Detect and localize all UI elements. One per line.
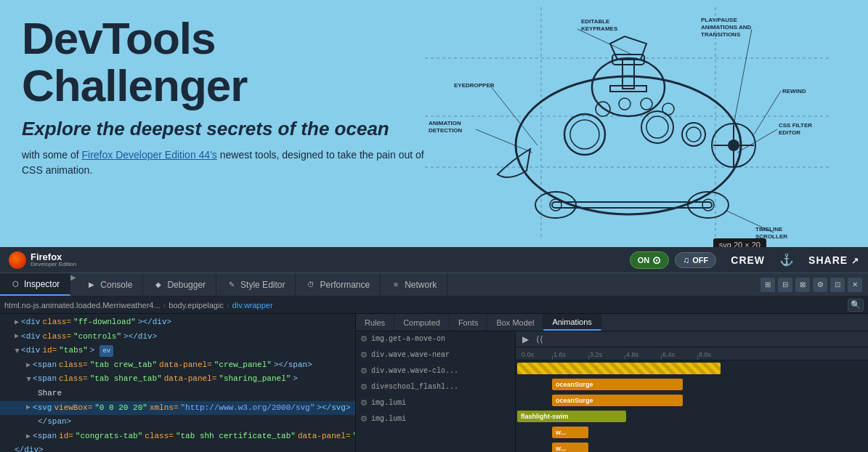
breadcrumb-body[interactable]: body.epipelagic — [169, 301, 224, 310]
anim-item-3[interactable]: ⚙ div.wave.wave-clo... — [356, 363, 515, 379]
settings-button[interactable]: ⚙ — [813, 278, 827, 292]
tab-style-editor[interactable]: ✎ Style Editor — [216, 273, 296, 296]
tab-rules[interactable]: Rules — [356, 314, 394, 331]
gear-icon-2[interactable]: ⚙ — [360, 350, 368, 360]
breadcrumb-div[interactable]: div.wrapper — [232, 301, 273, 310]
split-button[interactable]: ⊠ — [795, 278, 810, 292]
toggle-group: ON ⊙ ♫ OFF — [630, 251, 717, 269]
toggle-off-button[interactable]: ♫ OFF — [675, 252, 716, 268]
track-5: w... — [516, 424, 868, 440]
gear-icon-3[interactable]: ⚙ — [360, 366, 368, 376]
toggle-on-icon: ⊙ — [652, 254, 661, 266]
submarine-svg: EDITABLE KEYFRAMES PLAY/PAUSE ANIMATIONS… — [425, 7, 832, 240]
html-line-7[interactable]: ▶ <svg viewBox="0 0 20 20" xmlns="http:/… — [0, 401, 355, 416]
rewind-button[interactable]: ⟨⟨ — [534, 334, 545, 344]
svg-text:KEYFRAMES: KEYFRAMES — [581, 25, 618, 32]
layout-button[interactable]: ⊟ — [778, 278, 792, 292]
toggle-on-button[interactable]: ON ⊙ — [630, 251, 670, 269]
html-line-3[interactable]: ▶ <div id="tabs"> ev — [0, 344, 355, 358]
anim-item-1[interactable]: ⚙ img.get-a-move-on — [356, 331, 515, 347]
svg-point-14 — [682, 123, 705, 146]
timeline-ruler: 0.0s 1.6s 3.2s 4.8s 6.4s 8.0s — [516, 347, 868, 360]
ruler-mark-5: 8.0s — [699, 351, 711, 358]
share-button[interactable]: SHARE ↗ — [808, 254, 859, 266]
breadcrumb-bar: html.no-js.animated.loaded.Merriweather4… — [0, 296, 868, 314]
responsive-button[interactable]: ⊞ — [760, 278, 775, 292]
rules-tabs: Rules Computed Fonts Box Model Animation… — [356, 314, 868, 331]
arrow-1[interactable]: ▶ — [15, 317, 19, 328]
tab-network[interactable]: ≡ Network — [381, 273, 447, 296]
tab-inspector[interactable]: ⬡ Inspector — [0, 273, 70, 296]
html-line-5[interactable]: ▶ <span class="tab share_tab" data-panel… — [0, 372, 355, 387]
ev-badge-1[interactable]: ev — [100, 345, 113, 357]
html-line-4[interactable]: ▶ <span class="tab crew_tab" data-panel=… — [0, 358, 355, 373]
track-1 — [516, 360, 868, 376]
right-panels: Rules Computed Fonts Box Model Animation… — [356, 314, 868, 452]
svg-line-38 — [754, 91, 781, 134]
devtools-panel: Firefox Developer Edition ON ⊙ ♫ OFF CRE… — [0, 247, 868, 452]
gear-icon-5[interactable]: ⚙ — [360, 398, 368, 408]
music-icon: ♫ — [683, 255, 689, 265]
svg-text:ANIMATIONS AND: ANIMATIONS AND — [701, 24, 752, 31]
tab-console[interactable]: ▶ Console — [76, 273, 143, 296]
tab-debugger[interactable]: ◆ Debugger — [143, 273, 216, 296]
anim-item-2[interactable]: ⚙ div.wave.wave-near — [356, 347, 515, 363]
html-line-9[interactable]: ▶ <span id="congrats-tab" class="tab shh… — [0, 429, 355, 444]
track-3: oceanSurge — [516, 392, 868, 408]
svg-point-13 — [646, 116, 668, 138]
tab-fonts[interactable]: Fonts — [450, 314, 488, 331]
arrow-7[interactable]: ▶ — [26, 402, 31, 413]
anim-bar-6[interactable]: w... — [552, 443, 588, 452]
breadcrumb-html[interactable]: html.no-js.animated.loaded.Merriweather4… — [4, 301, 161, 310]
anim-selector-6: img.lumi — [371, 415, 511, 423]
tab-computed[interactable]: Computed — [394, 314, 450, 331]
anim-bar-3[interactable]: oceanSurge — [552, 395, 683, 406]
anim-bar-4[interactable]: flashlight-swim — [517, 411, 626, 422]
gear-icon-6[interactable]: ⚙ — [360, 414, 368, 424]
tab-network-label: Network — [405, 280, 437, 290]
firefox-link[interactable]: Firefox Developer Edition 44's — [81, 149, 216, 161]
breadcrumb-sep-2: › — [227, 301, 230, 310]
arrow-2[interactable]: ▶ — [15, 331, 19, 342]
firefox-sub: Developer Edition — [31, 262, 76, 267]
arrow-4[interactable]: ▶ — [26, 360, 31, 371]
track-4: flashlight-swim — [516, 408, 868, 424]
anim-item-5[interactable]: ⚙ img.lumi — [356, 395, 515, 411]
html-line-6: Share — [0, 387, 355, 401]
play-button[interactable]: ▶ — [520, 334, 531, 344]
anim-selector-5: img.lumi — [371, 399, 511, 407]
tab-performance[interactable]: ⏱ Performance — [296, 273, 381, 296]
page-title: DevTools Challenger — [22, 15, 443, 109]
ruler-mark-2: 3.2s — [590, 351, 602, 358]
timeline-panel: ▶ ⟨⟨ 0.0s 1.6s 3.2s 4.8s 6.4s — [516, 331, 868, 452]
html-line-1[interactable]: ▶ <div class="ff-download"></div> — [0, 315, 355, 330]
close-button[interactable]: ✕ — [848, 278, 862, 292]
anim-item-4[interactable]: ⚙ div#school_flashl... — [356, 379, 515, 395]
firefox-icon — [9, 251, 26, 269]
dock-button[interactable]: ⊡ — [830, 278, 845, 292]
anim-bar-5[interactable]: w... — [552, 427, 588, 438]
devtools-body: ▶ <div class="ff-download"></div> ▶ <div… — [0, 314, 868, 452]
tab-box-model[interactable]: Box Model — [487, 314, 543, 331]
gear-icon-4[interactable]: ⚙ — [360, 382, 368, 392]
gear-icon-1[interactable]: ⚙ — [360, 334, 368, 344]
anim-bar-1[interactable] — [517, 363, 721, 374]
anim-selector-4: div#school_flashl... — [371, 383, 511, 391]
performance-icon: ⏱ — [306, 280, 316, 290]
firefox-logo[interactable]: Firefox Developer Edition — [0, 247, 85, 273]
html-line-2[interactable]: ▶ <div class="controls"></div> — [0, 330, 355, 344]
tab-animations[interactable]: Animations — [543, 314, 601, 331]
search-button[interactable]: 🔍 — [848, 299, 864, 312]
svg-point-15 — [686, 127, 701, 142]
tab-performance-label: Performance — [320, 280, 370, 290]
arrow-3[interactable]: ▶ — [11, 349, 23, 353]
arrow-9[interactable]: ▶ — [26, 431, 31, 443]
anim-item-6[interactable]: ⚙ img.lumi — [356, 411, 515, 427]
svg-line-40 — [476, 129, 532, 153]
anim-bar-2[interactable]: oceanSurge — [552, 379, 683, 390]
crew-button[interactable]: CREW — [731, 254, 765, 266]
anim-selector-1: img.get-a-move-on — [371, 335, 511, 343]
svg-text:TRANSITIONS: TRANSITIONS — [701, 31, 741, 38]
page-content: DevTools Challenger Explore the deepest … — [0, 0, 868, 247]
arrow-5[interactable]: ▶ — [23, 377, 34, 382]
